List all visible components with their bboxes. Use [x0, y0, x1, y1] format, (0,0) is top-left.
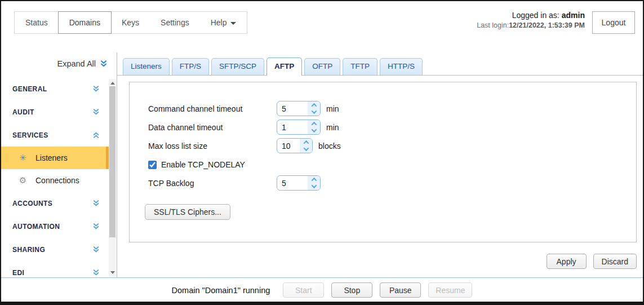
spin-column: [308, 120, 320, 134]
sidebar-scrollbar[interactable]: [109, 79, 116, 277]
sidebar-section-audit[interactable]: AUDIT: [1, 100, 109, 123]
section-label: AUDIT: [12, 108, 34, 116]
last-login-value: 12/21/2022, 1:53:39 PM: [509, 21, 585, 29]
start-button[interactable]: Start: [283, 282, 324, 298]
sidebar-section-general[interactable]: GENERAL: [1, 77, 109, 100]
double-chevron-down-icon: [92, 108, 100, 116]
nav-help-label: Help: [211, 18, 227, 27]
pause-button[interactable]: Pause: [380, 282, 421, 298]
sidebar-item-label: Connections: [35, 176, 79, 185]
triangle-down-icon: [110, 271, 115, 274]
gear-icon: ⚙: [18, 175, 28, 185]
field-command-channel-timeout: Command channel timeout min: [148, 99, 636, 118]
tcp-backlog-input[interactable]: [277, 176, 308, 190]
field-max-loss-list-size: Max loss list size blocks: [148, 136, 636, 155]
sidebar-sections: GENERAL AUDIT SERVICES: [1, 77, 109, 277]
triangle-up-icon: [110, 82, 115, 85]
scroll-down-arrow[interactable]: [109, 268, 116, 277]
double-chevron-down-icon: [92, 246, 100, 253]
command-channel-timeout-input[interactable]: [277, 101, 308, 116]
chevron-down-icon: [303, 145, 309, 151]
data-channel-timeout-input[interactable]: [277, 120, 308, 134]
spin-column: [308, 176, 320, 190]
field-label: Command channel timeout: [148, 104, 277, 113]
section-label: GENERAL: [12, 85, 47, 93]
spin-down-button[interactable]: [308, 127, 320, 134]
nav-settings-label: Settings: [161, 18, 189, 27]
nav-help[interactable]: Help: [200, 12, 247, 33]
top-bar: Status Domains Keys Settings Help Logged…: [1, 1, 643, 52]
field-label: Max loss list size: [148, 142, 277, 151]
stop-button[interactable]: Stop: [331, 282, 372, 298]
logout-button[interactable]: Logout: [592, 11, 635, 34]
tcp-backlog-stepper: [277, 175, 321, 191]
app-window: Status Domains Keys Settings Help Logged…: [0, 0, 644, 305]
tab-tftp[interactable]: TFTP: [343, 58, 377, 75]
ssl-tls-ciphers-button[interactable]: SSL/TLS Ciphers...: [145, 204, 230, 220]
logged-in-label: Logged in as:: [512, 11, 559, 20]
domain-status-text: Domain "Domain1" running: [172, 286, 270, 295]
tab-listeners[interactable]: Listeners: [123, 58, 170, 75]
tcp-nodelay-checkbox[interactable]: [148, 161, 157, 169]
data-channel-timeout-stepper: [277, 120, 321, 135]
field-unit: blocks: [318, 142, 341, 151]
max-loss-list-size-input[interactable]: [277, 139, 300, 153]
main-content: Listeners FTP/S SFTP/SCP AFTP OFTP TFTP …: [117, 52, 643, 277]
caret-down-icon: [230, 22, 236, 25]
section-label: SHARING: [12, 246, 45, 254]
nav-keys-label: Keys: [122, 18, 139, 27]
section-label: ACCOUNTS: [12, 200, 52, 207]
double-chevron-down-icon: [92, 269, 100, 276]
checkbox-label: Enable TCP_NODELAY: [161, 160, 245, 169]
section-label: AUTOMATION: [12, 223, 60, 231]
spin-down-button[interactable]: [300, 146, 312, 153]
sidebar-section-services[interactable]: SERVICES: [1, 123, 109, 147]
nav-domains[interactable]: Domains: [58, 11, 112, 34]
expand-all-link[interactable]: Expand All: [57, 59, 108, 68]
resume-button[interactable]: Resume: [428, 282, 472, 298]
apply-button[interactable]: Apply: [547, 254, 587, 269]
section-label: EDI: [12, 269, 24, 277]
spin-column: [308, 101, 320, 116]
nav-settings[interactable]: Settings: [150, 12, 200, 33]
chevron-down-icon: [311, 183, 317, 188]
spin-down-button[interactable]: [308, 109, 320, 116]
domain-status-bar: Domain "Domain1" running Start Stop Paus…: [1, 279, 643, 302]
tab-sftpscp[interactable]: SFTP/SCP: [211, 58, 264, 75]
chevron-down-icon: [311, 127, 317, 132]
sidebar-section-edi[interactable]: EDI: [1, 261, 109, 277]
tab-aftp[interactable]: AFTP: [267, 58, 302, 76]
aftp-settings-panel: Command channel timeout min Data channel…: [129, 82, 637, 242]
login-info: Logged in as:admin Last login:12/21/2022…: [477, 10, 585, 30]
expand-all-label: Expand All: [57, 59, 96, 68]
field-data-channel-timeout: Data channel timeout min: [148, 118, 636, 136]
scrollbar-thumb[interactable]: [109, 86, 116, 237]
sidebar-item-connections[interactable]: ⚙ Connections: [1, 169, 109, 192]
double-chevron-up-icon: [92, 131, 100, 139]
nav-status[interactable]: Status: [15, 12, 59, 33]
command-channel-timeout-stepper: [277, 101, 321, 116]
tab-oftp[interactable]: OFTP: [304, 58, 340, 75]
tab-ftps[interactable]: FTP/S: [172, 58, 209, 75]
body-row: Expand All GENERAL AUDIT: [1, 52, 643, 278]
nav-status-label: Status: [25, 18, 48, 27]
field-unit: min: [326, 123, 339, 132]
main-nav: Status Domains Keys Settings Help: [14, 11, 247, 34]
spin-down-button[interactable]: [308, 183, 320, 190]
double-chevron-down-icon: [100, 60, 108, 68]
listeners-icon: ✳: [18, 153, 28, 163]
double-chevron-down-icon: [92, 200, 100, 207]
panel-actions: Apply Discard: [547, 254, 637, 269]
chevron-down-icon: [311, 108, 317, 114]
sidebar-section-accounts[interactable]: ACCOUNTS: [1, 192, 109, 215]
tab-https[interactable]: HTTP/S: [380, 58, 423, 75]
field-label: Data channel timeout: [148, 123, 277, 132]
sidebar-item-listeners[interactable]: ✳ Listeners: [1, 147, 109, 169]
nav-keys[interactable]: Keys: [111, 12, 150, 33]
discard-button[interactable]: Discard: [593, 254, 637, 269]
sidebar-section-automation[interactable]: AUTOMATION: [1, 215, 109, 238]
sidebar: Expand All GENERAL AUDIT: [1, 52, 117, 277]
sidebar-item-label: Listeners: [35, 153, 68, 162]
sidebar-section-sharing[interactable]: SHARING: [1, 238, 109, 261]
logged-in-user: admin: [562, 11, 585, 20]
